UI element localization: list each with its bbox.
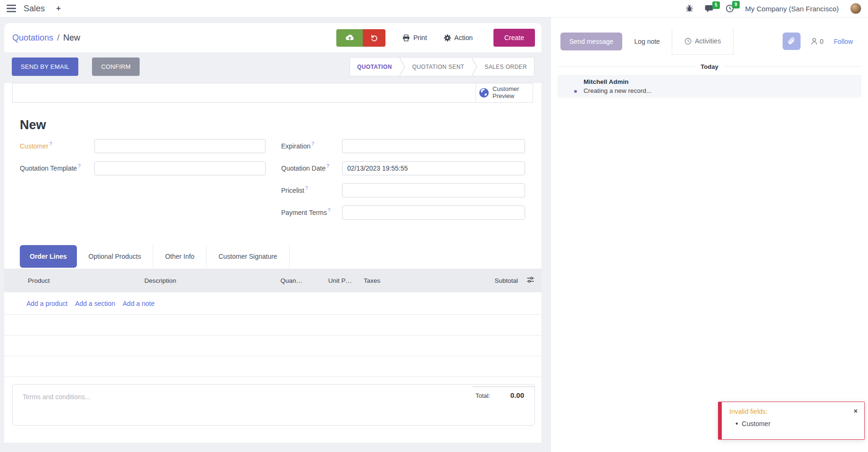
undo-icon xyxy=(370,34,378,41)
action-label: Action xyxy=(454,34,473,41)
terms-and-total-section: Terms and conditions... Total: 0.00 xyxy=(12,384,535,426)
quotation-date-input[interactable] xyxy=(342,161,525,175)
form-sheet: Customer Preview New Customer? Quotation… xyxy=(4,83,542,443)
notebook-tabs: Order Lines Optional Products Other Info… xyxy=(20,245,542,268)
chatter-toolbar: Send message Log note Activities xyxy=(551,28,868,55)
bullet: • xyxy=(735,420,738,427)
debug-bug-icon[interactable] xyxy=(685,5,693,12)
field-row-pricelist: Pricelist? xyxy=(281,183,525,197)
breadcrumb: Quotations / New xyxy=(12,33,80,43)
top-navbar: Sales + 5 9 My Company (San Francisco) xyxy=(0,0,868,17)
help-marker: ? xyxy=(305,186,308,191)
person-icon xyxy=(811,38,818,45)
tab-optional-products[interactable]: Optional Products xyxy=(77,245,153,268)
tab-other-info[interactable]: Other Info xyxy=(153,245,207,268)
tab-customer-signature[interactable]: Customer Signature xyxy=(207,245,290,268)
print-button[interactable]: Print xyxy=(402,34,427,41)
expiration-input[interactable] xyxy=(342,139,525,153)
stage-arrow-icon xyxy=(399,58,405,76)
customer-preview-button[interactable]: Customer Preview xyxy=(476,83,533,102)
discard-changes-button[interactable] xyxy=(363,29,385,47)
field-row-quotation-date: Quotation Date? xyxy=(281,161,525,175)
action-menu-button[interactable]: Action xyxy=(444,34,473,41)
author-avatar xyxy=(562,78,577,93)
empty-table-row xyxy=(4,315,542,336)
column-header-quantity[interactable]: Quan… xyxy=(258,277,302,284)
save-record-button[interactable] xyxy=(336,29,363,47)
log-note-button[interactable]: Log note xyxy=(622,38,672,45)
send-message-button[interactable]: Send message xyxy=(560,33,622,50)
help-marker: ? xyxy=(326,164,329,169)
tab-order-lines[interactable]: Order Lines xyxy=(20,245,77,268)
field-row-expiration: Expiration? xyxy=(281,139,525,153)
invalid-fields-toast: Invalid fields: × • Customer xyxy=(718,402,865,440)
help-marker: ? xyxy=(78,164,81,169)
add-a-product-link[interactable]: Add a product xyxy=(26,300,67,307)
follow-button[interactable]: Follow xyxy=(834,38,853,45)
gear-icon xyxy=(444,34,451,41)
activities-button[interactable]: Activities xyxy=(672,28,734,55)
attach-files-button[interactable] xyxy=(783,33,801,50)
toast-close-icon[interactable]: × xyxy=(854,408,858,414)
add-a-note-link[interactable]: Add a note xyxy=(123,300,155,307)
payment-terms-label: Payment Terms xyxy=(281,209,327,217)
document-header-empty xyxy=(13,83,476,102)
total-block: Total: 0.00 xyxy=(473,386,534,399)
company-switcher[interactable]: My Company (San Francisco) xyxy=(745,5,839,13)
statusbar-pipeline: QUOTATION QUOTATION SENT SALES ORDER xyxy=(350,57,534,76)
order-lines-table-header: Product Description Quan… Unit P… Taxes … xyxy=(4,269,542,292)
breadcrumb-current: New xyxy=(63,33,80,43)
invalid-field-item: • Customer xyxy=(729,420,858,427)
breadcrumb-quotations-link[interactable]: Quotations xyxy=(12,33,53,43)
user-avatar[interactable] xyxy=(850,3,861,14)
column-header-taxes[interactable]: Taxes xyxy=(352,277,423,284)
pricelist-input[interactable] xyxy=(342,183,525,197)
breadcrumb-separator: / xyxy=(57,33,59,43)
quotation-template-input[interactable] xyxy=(94,161,266,175)
message-text: Creating a new record... xyxy=(584,87,651,94)
total-value: 0.00 xyxy=(510,391,524,399)
stage-quotation[interactable]: QUOTATION xyxy=(350,58,399,76)
create-button[interactable]: Create xyxy=(493,29,535,47)
field-row-payment-terms: Payment Terms? xyxy=(281,205,525,220)
stage-sales-order[interactable]: SALES ORDER xyxy=(477,58,534,76)
empty-table-row xyxy=(4,336,542,356)
stage-arrow-icon xyxy=(471,58,477,76)
new-tab-button[interactable]: + xyxy=(56,4,61,13)
field-row-customer: Customer? xyxy=(20,139,281,153)
printer-icon xyxy=(402,34,410,41)
online-status-dot xyxy=(573,89,578,94)
optional-columns-icon[interactable] xyxy=(518,277,542,284)
clock-icon xyxy=(684,38,692,45)
chatter-panel: Send message Log note Activities xyxy=(551,17,868,452)
confirm-button[interactable]: CONFIRM xyxy=(92,58,140,76)
stage-quotation-sent[interactable]: QUOTATION SENT xyxy=(405,58,472,76)
column-header-unit-price[interactable]: Unit P… xyxy=(302,277,352,284)
toast-title: Invalid fields: xyxy=(729,408,768,415)
quotation-date-label: Quotation Date xyxy=(281,165,326,173)
print-label: Print xyxy=(413,34,427,41)
customer-input[interactable] xyxy=(94,139,266,153)
send-by-email-button[interactable]: SEND BY EMAIL xyxy=(12,58,78,76)
chatter-message: Mitchell Admin Creating a new record... xyxy=(558,75,861,98)
app-name-menu[interactable]: Sales xyxy=(24,4,45,14)
total-label: Total: xyxy=(476,392,490,399)
column-header-description[interactable]: Description xyxy=(144,277,258,284)
status-action-row: SEND BY EMAIL CONFIRM QUOTATION QUOTATIO… xyxy=(4,52,542,83)
followers-button[interactable]: 0 xyxy=(811,38,824,45)
messages-menu[interactable]: 5 xyxy=(705,5,714,13)
order-line-quick-links: Add a product Add a section Add a note xyxy=(4,292,542,315)
activities-menu[interactable]: 9 xyxy=(726,4,734,13)
help-marker: ? xyxy=(311,141,314,147)
empty-table-row xyxy=(4,356,542,377)
messages-count-badge: 5 xyxy=(712,1,720,9)
field-row-quotation-template: Quotation Template? xyxy=(20,161,281,175)
expiration-label: Expiration xyxy=(281,143,310,150)
apps-menu-icon[interactable] xyxy=(7,5,16,12)
add-a-section-link[interactable]: Add a section xyxy=(75,300,115,307)
payment-terms-input[interactable] xyxy=(342,205,525,220)
terms-and-conditions-field[interactable]: Terms and conditions... xyxy=(23,393,91,401)
column-header-subtotal[interactable]: Subtotal xyxy=(423,277,518,284)
help-marker: ? xyxy=(50,141,52,147)
column-header-product[interactable]: Product xyxy=(28,277,144,284)
